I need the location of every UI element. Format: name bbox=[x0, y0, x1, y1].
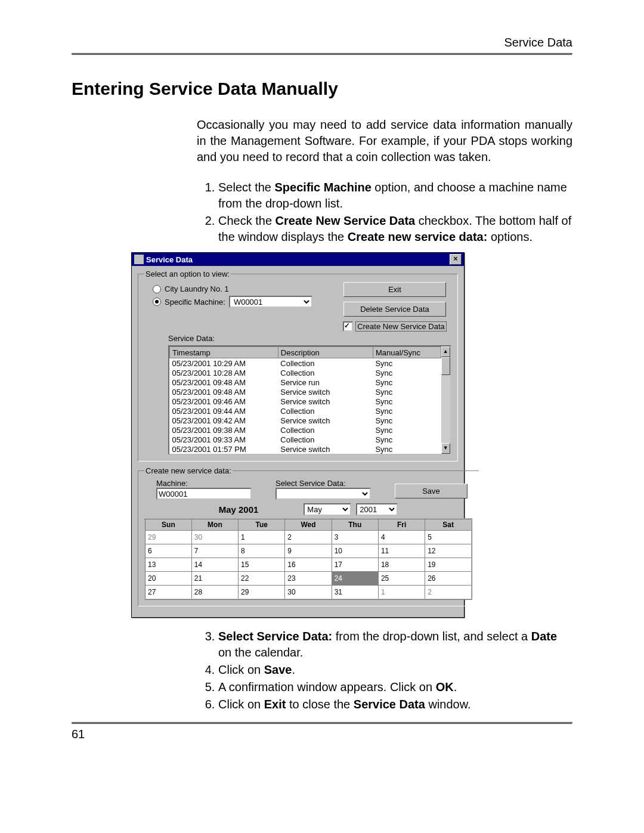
view-option-group: Select an option to view: City Laundry N… bbox=[138, 270, 458, 462]
col-timestamp[interactable]: Timestamp bbox=[170, 347, 278, 358]
calendar-day[interactable]: 25 bbox=[378, 572, 425, 586]
table-row[interactable]: 05/23/2001 09:38 AMCollectionSync bbox=[170, 425, 441, 435]
step-5: A confirmation window appears. Click on … bbox=[218, 679, 572, 695]
col-manual-sync[interactable]: Manual/Sync bbox=[373, 347, 441, 358]
calendar-day[interactable]: 23 bbox=[285, 572, 332, 586]
exit-button[interactable]: Exit bbox=[343, 282, 446, 297]
calendar-day[interactable]: 29 bbox=[145, 531, 191, 544]
scroll-thumb[interactable] bbox=[441, 357, 450, 375]
machine-field-label: Machine: bbox=[156, 479, 258, 488]
calendar-day[interactable]: 1 bbox=[239, 531, 285, 544]
dialog-titlebar[interactable]: Service Data × bbox=[132, 253, 464, 266]
delete-service-data-button[interactable]: Delete Service Data bbox=[343, 302, 446, 317]
calendar-day[interactable]: 11 bbox=[378, 544, 425, 558]
step-1: Select the Specific Machine option, and … bbox=[218, 179, 572, 212]
calendar-day[interactable]: 24 bbox=[332, 572, 378, 586]
table-scrollbar[interactable]: ▲ ▼ bbox=[441, 346, 450, 454]
calendar-day[interactable]: 15 bbox=[239, 558, 285, 572]
calendar-day[interactable]: 1 bbox=[378, 586, 425, 600]
calendar-day[interactable]: 8 bbox=[239, 544, 285, 558]
bottom-rule bbox=[72, 722, 572, 724]
machine-field[interactable] bbox=[156, 488, 252, 500]
step-6: Click on Exit to close the Service Data … bbox=[218, 696, 572, 713]
radio-city-laundry[interactable] bbox=[153, 285, 161, 293]
select-service-data-label: Select Service Data: bbox=[275, 479, 377, 488]
calendar-day[interactable]: 28 bbox=[191, 586, 238, 600]
steps-top: Select the Specific Machine option, and … bbox=[197, 179, 572, 245]
page-number: 61 bbox=[72, 727, 572, 741]
close-icon[interactable]: × bbox=[450, 254, 462, 265]
calendar-day[interactable]: 4 bbox=[378, 531, 425, 544]
calendar-day[interactable]: 7 bbox=[191, 544, 238, 558]
save-button[interactable]: Save bbox=[395, 484, 467, 498]
intro-paragraph: Occasionally you may need to add service… bbox=[197, 117, 572, 165]
table-row[interactable]: 05/23/2001 09:48 AMService runSync bbox=[170, 377, 441, 387]
calendar[interactable]: Sun Mon Tue Wed Thu Fri Sat 293012345678… bbox=[144, 518, 472, 600]
step-3: Select Service Data: from the drop-down … bbox=[218, 628, 572, 661]
table-row[interactable]: 05/23/2001 10:28 AMCollectionSync bbox=[170, 368, 441, 377]
calendar-day[interactable]: 16 bbox=[285, 558, 332, 572]
calendar-day[interactable]: 30 bbox=[191, 531, 238, 544]
calendar-day[interactable]: 10 bbox=[332, 544, 378, 558]
calendar-day[interactable]: 22 bbox=[239, 572, 285, 586]
calendar-day[interactable]: 26 bbox=[425, 572, 472, 586]
step-2: Check the Create New Service Data checkb… bbox=[218, 213, 572, 245]
calendar-year-select[interactable]: 2001 bbox=[356, 503, 398, 516]
dialog-title: Service Data bbox=[146, 255, 193, 264]
col-description[interactable]: Description bbox=[278, 347, 373, 358]
table-row[interactable]: 05/23/2001 01:57 PMService switchSync bbox=[170, 444, 441, 454]
calendar-day[interactable]: 12 bbox=[425, 544, 472, 558]
calendar-day[interactable]: 9 bbox=[285, 544, 332, 558]
radio-specific-machine-label: Specific Machine: bbox=[165, 298, 225, 306]
scroll-down-icon[interactable]: ▼ bbox=[441, 443, 450, 454]
service-data-table: Timestamp Description Manual/Sync 05/23/… bbox=[168, 345, 451, 455]
radio-specific-machine[interactable] bbox=[153, 298, 161, 306]
calendar-day[interactable]: 2 bbox=[285, 531, 332, 544]
machine-select[interactable]: W00001 bbox=[229, 296, 312, 308]
table-row[interactable]: 05/23/2001 09:46 AMService switchSync bbox=[170, 397, 441, 406]
calendar-day[interactable]: 6 bbox=[145, 544, 191, 558]
table-row[interactable]: 05/23/2001 10:29 AMCollectionSync bbox=[170, 358, 441, 368]
calendar-day[interactable]: 27 bbox=[145, 586, 191, 600]
table-row[interactable]: 05/23/2001 09:48 AMService switchSync bbox=[170, 387, 441, 397]
calendar-day[interactable]: 5 bbox=[425, 531, 472, 544]
calendar-title: May 2001 bbox=[219, 504, 259, 515]
create-new-service-data-label: Create New Service Data bbox=[355, 321, 447, 332]
calendar-day[interactable]: 3 bbox=[332, 531, 378, 544]
radio-city-laundry-label: City Laundry No. 1 bbox=[165, 284, 229, 293]
view-option-legend: Select an option to view: bbox=[144, 270, 231, 278]
scroll-up-icon[interactable]: ▲ bbox=[441, 346, 450, 357]
create-new-service-data-group: Create new service data: Machine: Select… bbox=[138, 466, 479, 606]
calendar-day[interactable]: 21 bbox=[191, 572, 238, 586]
table-row[interactable]: 05/23/2001 09:44 AMCollectionSync bbox=[170, 406, 441, 416]
calendar-day[interactable]: 20 bbox=[145, 572, 191, 586]
page-title: Entering Service Data Manually bbox=[72, 79, 572, 99]
select-service-data-dropdown[interactable] bbox=[275, 488, 371, 500]
calendar-day[interactable]: 17 bbox=[332, 558, 378, 572]
calendar-day[interactable]: 31 bbox=[332, 586, 378, 600]
create-new-service-data-legend: Create new service data: bbox=[144, 466, 233, 475]
calendar-day[interactable]: 2 bbox=[425, 586, 472, 600]
steps-bottom: Select Service Data: from the drop-down … bbox=[197, 628, 572, 713]
calendar-day[interactable]: 30 bbox=[285, 586, 332, 600]
calendar-day[interactable]: 18 bbox=[378, 558, 425, 572]
top-rule bbox=[72, 53, 572, 55]
service-data-dialog: Service Data × Select an option to view:… bbox=[131, 252, 465, 618]
calendar-day[interactable]: 19 bbox=[425, 558, 472, 572]
table-row[interactable]: 05/23/2001 09:33 AMCollectionSync bbox=[170, 435, 441, 444]
calendar-day[interactable]: 14 bbox=[191, 558, 238, 572]
step-4: Click on Save. bbox=[218, 662, 572, 678]
service-data-label: Service Data: bbox=[168, 334, 451, 343]
create-new-service-data-checkbox[interactable] bbox=[343, 321, 353, 332]
table-row[interactable]: 05/23/2001 09:42 AMService switchSync bbox=[170, 416, 441, 425]
app-icon bbox=[134, 255, 144, 264]
calendar-month-select[interactable]: May bbox=[304, 503, 351, 516]
calendar-day[interactable]: 29 bbox=[239, 586, 285, 600]
running-header: Service Data bbox=[72, 36, 572, 49]
calendar-day[interactable]: 13 bbox=[145, 558, 191, 572]
